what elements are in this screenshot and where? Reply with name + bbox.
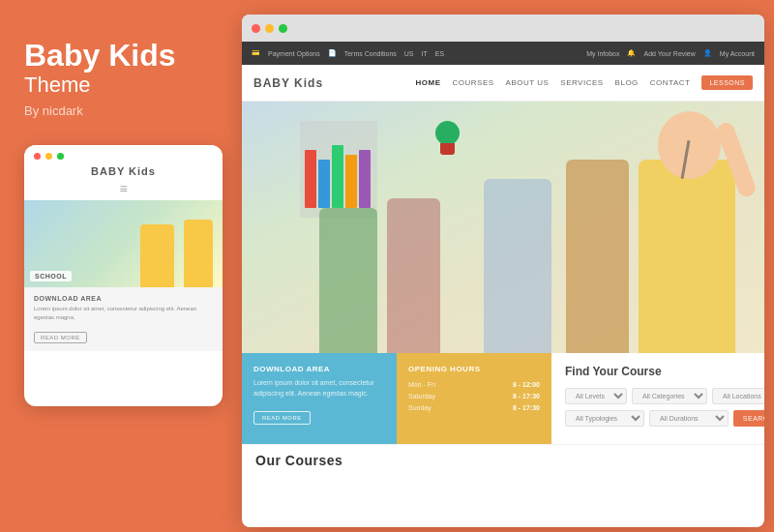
plant-leaf <box>435 121 460 145</box>
mobile-hero-label: SCHOOL <box>30 271 72 281</box>
utility-payment-icon: 💳 <box>252 49 260 57</box>
opening-hours-title: OPENING HOURS <box>408 365 540 373</box>
mobile-top-bar <box>24 145 223 163</box>
site-nav-bar: BABY Kids HOME COURSES ABOUT US SERVICES… <box>242 65 764 102</box>
browser-dot-yellow <box>265 24 274 33</box>
utility-right: My Infobox 🔔 Add Your Review 👤 My Accoun… <box>586 49 755 57</box>
info-sections-row: DOWNLOAD AREA Lorem ipsum dolor sit amet… <box>242 353 764 444</box>
utility-left: 💳 Payment Options 📄 Terms Conditions US … <box>252 49 444 57</box>
plant-decoration <box>435 116 460 155</box>
bookshelf-decoration <box>300 121 377 218</box>
filter-durations[interactable]: All Durations <box>649 410 729 427</box>
nav-item-blog[interactable]: BLOG <box>615 78 639 87</box>
hours-row-2: Saturday 8 - 17:30 <box>408 393 540 399</box>
find-course-section: Find Your Course All Levels All Categori… <box>551 353 764 444</box>
utility-terms-label[interactable]: Terms Conditions <box>344 50 397 57</box>
mobile-mockup: BABY Kids ≡ SCHOOL DOWNLOAD AREA Lorem i… <box>24 145 223 406</box>
opening-hours-section: OPENING HOURS Mon - Fri 8 - 12:00 Saturd… <box>397 353 551 444</box>
utility-lang-it[interactable]: IT <box>422 50 428 57</box>
utility-infobox-label[interactable]: My Infobox <box>586 50 619 57</box>
hours-day-3: Sunday <box>408 404 432 411</box>
hours-row-3: Sunday 8 - 17:30 <box>408 404 540 411</box>
mobile-kid-figure-1 <box>140 224 174 287</box>
hours-time-1: 8 - 12:00 <box>513 381 540 388</box>
nav-item-courses[interactable]: COURSES <box>452 78 493 87</box>
nav-lessons-button[interactable]: LESSONS <box>701 75 753 90</box>
mobile-dot-green <box>57 153 64 160</box>
book-2 <box>318 160 330 208</box>
filter-row-2: All Typologies All Durations SEARCH <box>565 410 764 427</box>
theme-title: Baby Kids Theme <box>24 39 213 98</box>
utility-lang-us[interactable]: US <box>404 50 414 57</box>
filter-row-1: All Levels All Categories All Locations <box>565 388 764 404</box>
utility-bar: 💳 Payment Options 📄 Terms Conditions US … <box>242 42 764 65</box>
book-1 <box>305 150 316 208</box>
filter-levels[interactable]: All Levels <box>565 388 627 404</box>
filter-typologies[interactable]: All Typologies <box>565 410 644 427</box>
mobile-hero-image: SCHOOL <box>24 200 223 287</box>
browser-dot-green <box>279 24 287 33</box>
download-area-text: Lorem ipsum dolor sit amet, consectetur … <box>253 378 385 399</box>
book-5 <box>359 150 371 208</box>
nav-item-contact[interactable]: CONTACT <box>650 78 691 87</box>
kid-figure-left-1 <box>319 208 377 353</box>
site-nav-items: HOME COURSES ABOUT US SERVICES BLOG CONT… <box>415 75 753 90</box>
utility-avatar-icon: 👤 <box>703 49 712 57</box>
filter-locations[interactable]: All Locations <box>712 388 764 404</box>
left-panel: Baby Kids Theme By nicdark BABY Kids ≡ S… <box>0 0 237 532</box>
browser-dot-red <box>252 24 260 33</box>
utility-account-label[interactable]: My Account <box>720 50 755 57</box>
mobile-read-more-button[interactable]: READ MORE <box>34 332 87 343</box>
site-logo[interactable]: BABY Kids <box>253 76 323 90</box>
book-4 <box>345 155 357 208</box>
search-button[interactable]: SEARCH <box>733 410 764 427</box>
our-courses-bar: Our Courses <box>242 444 764 476</box>
utility-terms-icon: 📄 <box>328 49 337 57</box>
download-area-section: DOWNLOAD AREA Lorem ipsum dolor sit amet… <box>242 353 397 444</box>
nav-item-services[interactable]: SERVICES <box>560 78 603 87</box>
kid-main-body <box>639 160 735 353</box>
plant-pot <box>440 143 455 155</box>
utility-bell-icon: 🔔 <box>627 49 636 57</box>
kid-figure-mid <box>484 179 551 353</box>
hours-day-2: Saturday <box>408 393 435 399</box>
download-read-more-button[interactable]: READ MORE <box>253 411 311 425</box>
kid-figure-right-2 <box>566 160 629 353</box>
hours-day-1: Mon - Fri <box>408 381 435 388</box>
download-area-title: DOWNLOAD AREA <box>253 365 385 373</box>
browser-top-bar <box>242 15 764 42</box>
mobile-download-title: DOWNLOAD AREA <box>34 295 213 302</box>
find-course-title: Find Your Course <box>565 365 764 378</box>
mobile-download-section: DOWNLOAD AREA Lorem ipsum dolor sit amet… <box>24 287 223 351</box>
utility-payment-label[interactable]: Payment Options <box>268 50 320 57</box>
utility-lang-es[interactable]: ES <box>435 50 444 57</box>
hours-row-1: Mon - Fri 8 - 12:00 <box>408 381 540 388</box>
filter-categories[interactable]: All Categories <box>632 388 707 404</box>
kid-figure-left-2 <box>387 198 440 353</box>
utility-add-review-label[interactable]: Add Your Review <box>643 50 695 57</box>
mobile-site-name: BABY Kids <box>24 163 223 181</box>
browser-mockup: 💳 Payment Options 📄 Terms Conditions US … <box>242 15 764 527</box>
hours-time-3: 8 - 17:30 <box>513 404 540 411</box>
nav-item-about[interactable]: ABOUT US <box>506 78 550 87</box>
mobile-dot-yellow <box>45 153 52 160</box>
mobile-download-text: Lorem ipsum dolor sit amet, consectetur … <box>34 305 213 321</box>
theme-author: By nicdark <box>24 103 213 118</box>
nav-item-home[interactable]: HOME <box>415 78 440 87</box>
our-courses-title: Our Courses <box>255 453 751 468</box>
book-3 <box>332 145 343 208</box>
mobile-kid-figure-2 <box>184 220 213 287</box>
mobile-dot-red <box>34 153 41 160</box>
hours-time-2: 8 - 17:30 <box>513 393 540 399</box>
mobile-hamburger-icon[interactable]: ≡ <box>24 181 223 196</box>
hero-area <box>242 102 764 353</box>
